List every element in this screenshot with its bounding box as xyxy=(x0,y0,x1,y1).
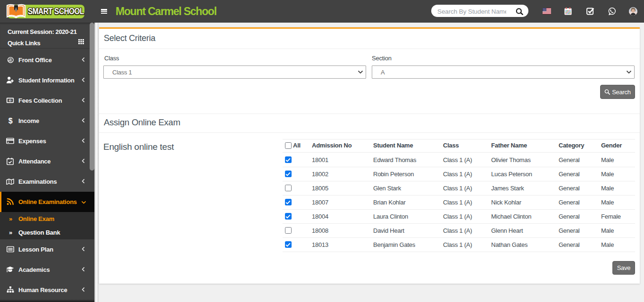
svg-text:$: $ xyxy=(8,117,12,125)
svg-text:$: $ xyxy=(9,99,11,102)
